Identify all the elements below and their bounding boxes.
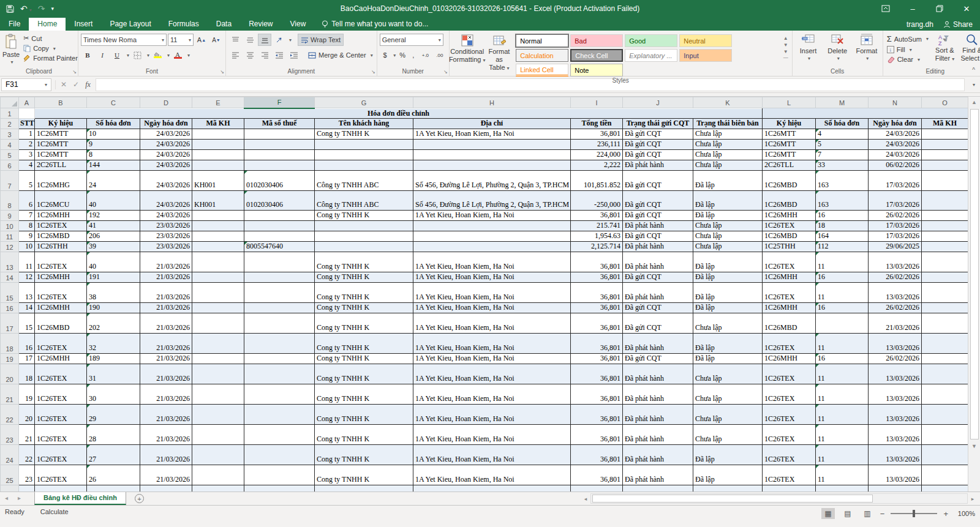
cell[interactable]: 36,801 [571,353,623,364]
zoom-level[interactable]: 100% [954,510,975,517]
gallery-down-icon[interactable]: ▼ [783,42,788,48]
cell[interactable]: 1A Yet Kieu, Hoan Kiem, Ha Noi [413,465,571,485]
cell[interactable]: 41 [87,220,140,231]
style-linked-cell[interactable]: Linked Cell [516,64,568,77]
cell[interactable] [244,282,315,302]
cell[interactable]: 1C26MTT [35,149,87,160]
cell[interactable]: 10 [19,241,35,252]
table-column-header[interactable]: Ngày hóa đơn [869,118,922,129]
cell[interactable]: 1 [19,129,35,139]
cell[interactable] [192,241,244,252]
fill-color-dropdown-icon[interactable]: ▾ [167,53,170,58]
column-header-B[interactable]: B [35,97,87,108]
cell[interactable]: 36,801 [571,129,623,139]
cell[interactable]: Cong ty TNHH K [315,272,413,282]
cell[interactable]: 13/03/2026 [869,444,922,465]
cell[interactable] [315,231,413,241]
wrap-text-button[interactable]: Wrap Text [298,34,344,46]
cell[interactable]: 1A Yet Kieu, Hoan Kiem, Ha Noi [413,210,571,220]
cell[interactable]: 0102030406 [244,170,315,190]
fill-button[interactable]: ↓Fill▾ [886,45,930,54]
cell[interactable]: 11 [816,252,869,272]
normal-view-icon[interactable]: ▦ [821,508,835,519]
merge-center-button[interactable]: Merge & Center▾ [307,51,374,59]
cell[interactable]: Cong ty TNHH K [315,364,413,384]
cell[interactable]: 236,111 [571,139,623,149]
cell[interactable]: 1C26MHH [763,353,816,364]
cell[interactable]: Đã phát hành [623,160,693,170]
cell[interactable]: KH001 [192,170,244,190]
cell[interactable]: Chưa lập [693,139,763,149]
sort-filter-button[interactable]: AZ Sort &Filter▾ [932,32,957,62]
cell[interactable]: Chưa lập [693,424,763,444]
cell[interactable] [244,465,315,485]
cell[interactable]: 13 [19,282,35,302]
table-column-header[interactable]: Tổng tiền [571,118,623,129]
cell[interactable]: 36,801 [571,252,623,272]
vertical-scroll-thumb[interactable] [970,109,979,439]
cell[interactable]: Đã lập [693,302,763,313]
cell[interactable]: 26 [87,465,140,485]
cell[interactable]: Cong ty TNHH K [315,465,413,485]
status-calculate[interactable]: Calculate [40,508,69,515]
find-select-button[interactable]: Find &Select▾ [960,32,980,62]
cell[interactable] [244,149,315,160]
cell[interactable] [413,220,571,231]
cell[interactable] [192,149,244,160]
column-header-M[interactable]: M [816,97,869,108]
cell[interactable]: 13/03/2026 [869,465,922,485]
cell[interactable]: 7 [19,210,35,220]
style-note[interactable]: Note [570,64,623,77]
cell[interactable] [244,160,315,170]
cell[interactable]: Đã gửi CQT [623,313,693,333]
cell[interactable]: 23/03/2026 [140,241,192,252]
table-column-header[interactable]: Tên khách hàng [315,118,413,129]
table-column-header[interactable]: Số hóa đơn [816,118,869,129]
cell[interactable]: Cong ty TNHH K [315,252,413,272]
row-header[interactable]: 15 [1,282,19,302]
cell[interactable]: 21/03/2026 [140,465,192,485]
tab-view[interactable]: View [282,18,315,31]
increase-font-icon[interactable]: A▲ [195,34,208,46]
cell[interactable]: 1A Yet Kieu, Hoan Kiem, Ha Noi [413,353,571,364]
cell[interactable] [413,231,571,241]
cell[interactable]: Đã gửi CQT [623,170,693,190]
cell[interactable]: 40 [87,252,140,272]
cell[interactable]: 17/03/2026 [869,190,922,210]
cell[interactable]: 36,801 [571,465,623,485]
cell[interactable] [244,220,315,231]
cell[interactable]: 1C26TEX [35,404,87,424]
cell[interactable] [244,444,315,465]
cell[interactable]: 164 [816,231,869,241]
cell[interactable]: Đã phát hành [623,364,693,384]
cell[interactable]: 189 [87,353,140,364]
borders-dropdown-icon[interactable]: ▾ [147,53,149,58]
cell[interactable]: 144 [87,160,140,170]
cell[interactable]: Đã phát hành [623,252,693,272]
cell[interactable] [244,252,315,272]
row-header[interactable]: 14 [1,272,19,282]
cell[interactable]: 26/02/2026 [869,353,922,364]
style-normal[interactable]: Normal [516,34,568,47]
row-header[interactable]: 17 [1,313,19,333]
cell[interactable] [192,384,244,404]
cell[interactable]: 1C26MHH [35,302,87,313]
cell[interactable]: -250,000 [571,190,623,210]
ribbon-display-options-icon[interactable] [872,0,899,17]
cell[interactable]: 36,801 [571,272,623,282]
collapse-ribbon-icon[interactable]: ^ [972,67,975,73]
cell[interactable]: Đã lập [693,333,763,353]
cell[interactable]: 2C26TLL [763,160,816,170]
share-button[interactable]: Share [943,20,973,29]
row-header[interactable]: 3 [1,129,19,139]
cell[interactable]: 1C26TEX [763,220,816,231]
cell[interactable]: 1C26MBD [35,231,87,241]
cell[interactable]: 39 [87,241,140,252]
decrease-decimal-icon[interactable]: .00 [433,49,447,61]
cell[interactable]: Đã lập [693,170,763,190]
row-header[interactable]: 18 [1,333,19,353]
merged-title-cell[interactable]: Hóa đơn điều chỉnh [35,108,763,119]
cell[interactable] [19,108,35,119]
cell[interactable]: 17/03/2026 [869,170,922,190]
cell[interactable]: 38 [87,282,140,302]
